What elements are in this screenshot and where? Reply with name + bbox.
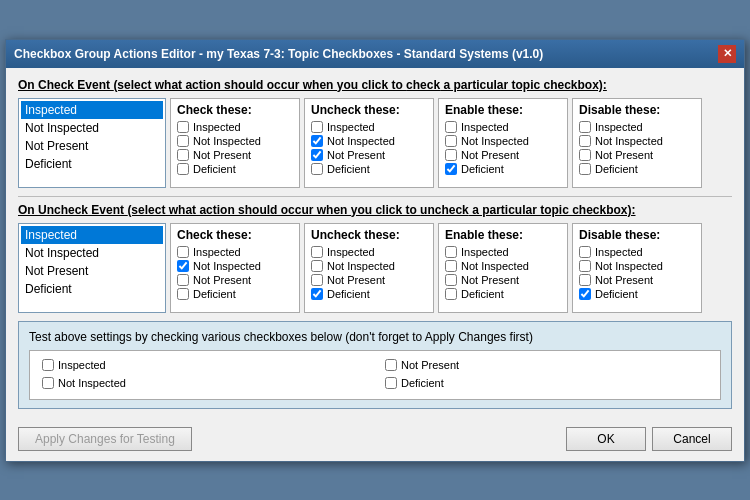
checkbox-label: Not Inspected xyxy=(595,135,663,147)
checkbox-input[interactable] xyxy=(311,149,323,161)
check-row: Inspected xyxy=(177,246,293,258)
cancel-button[interactable]: Cancel xyxy=(652,427,732,451)
uncheck-event-section: On Uncheck Event (select what action sho… xyxy=(18,203,732,313)
checkbox-label: Deficient xyxy=(595,163,638,175)
checkbox-input[interactable] xyxy=(579,288,591,300)
test-checkbox-label: Not Inspected xyxy=(58,377,126,389)
checkbox-input[interactable] xyxy=(445,121,457,133)
checkbox-label: Not Inspected xyxy=(327,260,395,272)
test-check-row: Deficient xyxy=(385,377,708,389)
checkbox-input[interactable] xyxy=(177,135,189,147)
check-row: Deficient xyxy=(579,163,695,175)
test-checkbox-input[interactable] xyxy=(385,359,397,371)
checkbox-input[interactable] xyxy=(177,163,189,175)
check-event-row: InspectedNot InspectedNot PresentDeficie… xyxy=(18,98,732,188)
checkbox-label: Not Inspected xyxy=(461,260,529,272)
ok-button[interactable]: OK xyxy=(566,427,646,451)
checkbox-input[interactable] xyxy=(579,274,591,286)
section-divider xyxy=(18,196,732,197)
test-check-row: Not Present xyxy=(385,359,708,371)
checkbox-input[interactable] xyxy=(445,274,457,286)
checkbox-label: Inspected xyxy=(595,246,643,258)
test-checkbox-input[interactable] xyxy=(42,359,54,371)
test-checkbox-label: Not Present xyxy=(401,359,459,371)
list-item[interactable]: Not Present xyxy=(21,137,163,155)
check-row: Deficient xyxy=(445,288,561,300)
checkbox-label: Not Present xyxy=(327,274,385,286)
checkbox-label: Deficient xyxy=(595,288,638,300)
checkbox-input[interactable] xyxy=(177,260,189,272)
uncheck-event-list[interactable]: InspectedNot InspectedNot PresentDeficie… xyxy=(18,223,166,313)
checkbox-input[interactable] xyxy=(445,163,457,175)
checkbox-input[interactable] xyxy=(445,246,457,258)
check-row: Inspected xyxy=(311,246,427,258)
check-group-label: Check these: xyxy=(177,103,293,117)
check-row: Not Inspected xyxy=(579,135,695,147)
check-row: Not Inspected xyxy=(177,260,293,272)
checkbox-input[interactable] xyxy=(177,149,189,161)
checkbox-input[interactable] xyxy=(177,274,189,286)
list-item[interactable]: Not Present xyxy=(21,262,163,280)
checkbox-input[interactable] xyxy=(177,246,189,258)
checkbox-input[interactable] xyxy=(445,260,457,272)
check-group: Disable these:InspectedNot InspectedNot … xyxy=(572,223,702,313)
checkbox-input[interactable] xyxy=(177,121,189,133)
checkbox-input[interactable] xyxy=(579,135,591,147)
close-button[interactable]: ✕ xyxy=(718,45,736,63)
check-row: Deficient xyxy=(311,163,427,175)
dialog-title: Checkbox Group Actions Editor - my Texas… xyxy=(14,47,543,61)
checkbox-input[interactable] xyxy=(311,163,323,175)
checkbox-input[interactable] xyxy=(579,121,591,133)
check-group: Enable these:InspectedNot InspectedNot P… xyxy=(438,223,568,313)
checkbox-input[interactable] xyxy=(311,135,323,147)
checkbox-input[interactable] xyxy=(579,163,591,175)
test-checkbox-input[interactable] xyxy=(385,377,397,389)
checkbox-label: Inspected xyxy=(461,121,509,133)
check-row: Not Present xyxy=(445,274,561,286)
checkbox-label: Not Present xyxy=(461,149,519,161)
check-row: Not Present xyxy=(177,149,293,161)
check-event-section: On Check Event (select what action shoul… xyxy=(18,78,732,188)
checkbox-input[interactable] xyxy=(445,135,457,147)
checkbox-input[interactable] xyxy=(579,149,591,161)
checkbox-label: Not Inspected xyxy=(595,260,663,272)
test-checkbox-label: Deficient xyxy=(401,377,444,389)
check-row: Inspected xyxy=(311,121,427,133)
list-item[interactable]: Deficient xyxy=(21,280,163,298)
list-item[interactable]: Not Inspected xyxy=(21,119,163,137)
test-checkbox-input[interactable] xyxy=(42,377,54,389)
check-row: Deficient xyxy=(579,288,695,300)
check-row: Not Inspected xyxy=(445,135,561,147)
checkbox-label: Deficient xyxy=(461,163,504,175)
checkbox-input[interactable] xyxy=(445,149,457,161)
uncheck-event-row: InspectedNot InspectedNot PresentDeficie… xyxy=(18,223,732,313)
checkbox-input[interactable] xyxy=(579,246,591,258)
checkbox-input[interactable] xyxy=(311,260,323,272)
test-section: Test above settings by checking various … xyxy=(18,321,732,409)
checkbox-label: Deficient xyxy=(193,163,236,175)
check-group-label: Uncheck these: xyxy=(311,103,427,117)
check-row: Deficient xyxy=(445,163,561,175)
check-row: Not Present xyxy=(311,149,427,161)
checkbox-label: Not Present xyxy=(193,149,251,161)
checkbox-label: Deficient xyxy=(327,288,370,300)
apply-button[interactable]: Apply Changes for Testing xyxy=(18,427,192,451)
checkbox-label: Inspected xyxy=(193,121,241,133)
checkbox-input[interactable] xyxy=(579,260,591,272)
checkbox-input[interactable] xyxy=(311,121,323,133)
checkbox-input[interactable] xyxy=(177,288,189,300)
list-item[interactable]: Inspected xyxy=(21,101,163,119)
list-item[interactable]: Inspected xyxy=(21,226,163,244)
checkbox-label: Inspected xyxy=(327,246,375,258)
checkbox-input[interactable] xyxy=(311,274,323,286)
checkbox-input[interactable] xyxy=(445,288,457,300)
checkbox-label: Not Inspected xyxy=(193,260,261,272)
check-row: Inspected xyxy=(445,246,561,258)
checkbox-input[interactable] xyxy=(311,246,323,258)
check-row: Inspected xyxy=(579,246,695,258)
checkbox-input[interactable] xyxy=(311,288,323,300)
list-item[interactable]: Deficient xyxy=(21,155,163,173)
list-item[interactable]: Not Inspected xyxy=(21,244,163,262)
check-event-list[interactable]: InspectedNot InspectedNot PresentDeficie… xyxy=(18,98,166,188)
check-row: Not Present xyxy=(445,149,561,161)
